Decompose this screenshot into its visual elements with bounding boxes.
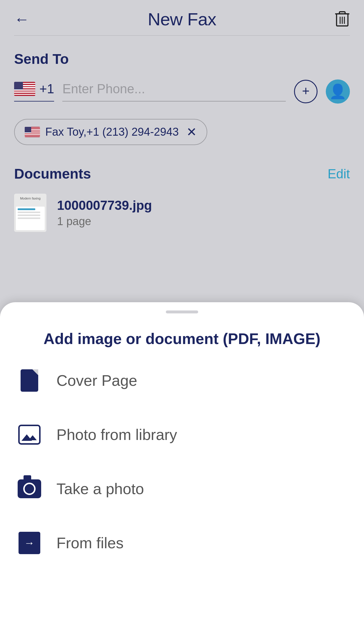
thumb-label: Modern faxing	[16, 197, 45, 200]
photo-library-option[interactable]: Photo from library	[18, 408, 346, 462]
cover-page-label: Cover Page	[56, 372, 137, 389]
thumb-line-3	[18, 215, 40, 216]
person-icon: 👤	[329, 83, 347, 100]
phone-input-area[interactable]: Enter Phone...	[62, 82, 286, 102]
plus-icon: +	[302, 84, 310, 97]
doc-thumbnail: Modern faxing	[14, 194, 46, 232]
doc-pages: 1 page	[57, 215, 350, 228]
contact-picker-button[interactable]: 👤	[326, 79, 350, 104]
bottom-sheet: Add image or document (PDF, IMAGE) Cover…	[0, 302, 364, 623]
photo-library-label: Photo from library	[56, 426, 177, 443]
take-photo-label: Take a photo	[56, 480, 144, 498]
thumb-line-2	[18, 212, 40, 213]
camera-icon	[18, 477, 41, 501]
doc-info: 1000007739.jpg 1 page	[57, 198, 350, 228]
thumb-line-1	[18, 208, 35, 210]
cover-page-option[interactable]: Cover Page	[18, 353, 346, 408]
phone-input-row: +1 Enter Phone... + 👤	[14, 79, 350, 104]
recipient-tags: Fax Toy,+1 (213) 294-2943 ✕	[14, 119, 350, 145]
header: ← New Fax	[14, 0, 350, 35]
document-item: Modern faxing 1000007739.jpg 1 page	[14, 194, 350, 232]
send-to-section: Send To +1 Enter Phone... + 👤	[14, 51, 350, 145]
delete-button[interactable]	[335, 10, 350, 28]
from-files-option[interactable]: From files	[18, 516, 346, 570]
recipient-tag: Fax Toy,+1 (213) 294-2943 ✕	[14, 119, 207, 145]
trash-icon	[335, 10, 350, 27]
send-to-label: Send To	[14, 51, 350, 67]
thumb-preview	[16, 207, 45, 230]
files-icon	[18, 531, 41, 555]
thumb-line-4	[18, 217, 40, 219]
remove-recipient-button[interactable]: ✕	[186, 125, 197, 139]
photo-library-icon	[18, 423, 41, 446]
back-arrow-icon: ←	[14, 11, 29, 27]
documents-label: Documents	[14, 166, 91, 182]
tag-label: Fax Toy,+1 (213) 294-2943	[45, 126, 179, 138]
add-recipient-button[interactable]: +	[294, 80, 318, 103]
page-title: New Fax	[148, 9, 216, 29]
document-icon	[18, 369, 41, 392]
back-button[interactable]: ←	[14, 11, 29, 27]
sheet-handle	[166, 310, 198, 313]
country-picker[interactable]: +1	[14, 82, 54, 102]
from-files-label: From files	[56, 534, 123, 552]
edit-documents-button[interactable]: Edit	[328, 167, 350, 181]
documents-section: Documents Edit Modern faxing 1000007739.…	[14, 166, 350, 232]
country-code: +1	[39, 82, 54, 96]
doc-name: 1000007739.jpg	[57, 198, 350, 213]
tag-flag-icon	[25, 127, 40, 137]
us-flag-icon	[14, 82, 35, 96]
take-photo-option[interactable]: Take a photo	[18, 462, 346, 516]
phone-placeholder: Enter Phone...	[62, 82, 145, 96]
documents-header: Documents Edit	[14, 166, 350, 182]
sheet-title: Add image or document (PDF, IMAGE)	[18, 330, 346, 348]
header-divider	[14, 35, 350, 36]
